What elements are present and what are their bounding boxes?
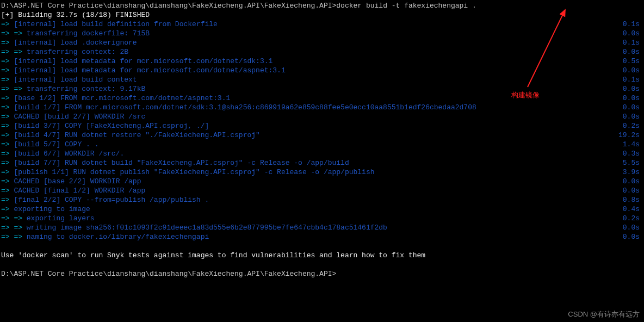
step-text: transferring dockerfile: 715B — [27, 29, 150, 38]
step-text: [final 2/2] COPY --from=publish /app/pub… — [14, 195, 209, 205]
step-text: [base 1/2] FROM mcr.microsoft.com/dotnet… — [14, 94, 230, 103]
step-arrow: => — [1, 20, 14, 29]
step-arrow: => — [1, 112, 14, 121]
step-time: 0.2s — [623, 121, 640, 131]
step-text: [internal] load build context — [14, 75, 137, 84]
command-prompt-line: D:\ASP.NET Core Practice\dianshang\dians… — [1, 1, 643, 10]
step-arrow: => — [1, 177, 14, 186]
step-time: 5.5s — [623, 158, 640, 168]
build-step-line: => [publish 1/1] RUN dotnet publish "Fak… — [1, 168, 643, 177]
build-step-line: => [internal] load build context0.1s — [1, 75, 643, 84]
step-arrow: => — [1, 205, 14, 214]
step-text: [internal] load .dockerignore — [14, 38, 137, 47]
build-step-line: => => transferring context: 2B0.0s — [1, 47, 643, 57]
step-text: exporting to image — [14, 205, 90, 214]
step-time: 0.0s — [623, 84, 640, 94]
step-arrow: => — [1, 131, 14, 140]
step-arrow: => — [1, 195, 14, 205]
step-time: 0.0s — [623, 112, 640, 121]
build-step-line: => [build 7/7] RUN dotnet build "FakeXie… — [1, 158, 643, 168]
step-text: transferring context: 9.17kB — [27, 84, 145, 94]
step-time: 0.8s — [623, 195, 640, 205]
build-step-line: => [base 1/2] FROM mcr.microsoft.com/dot… — [1, 94, 643, 103]
step-arrow: => — [1, 149, 14, 158]
step-arrow: => => — [1, 47, 27, 57]
step-time: 0.3s — [623, 149, 640, 158]
build-step-line: => CACHED [build 2/7] WORKDIR /src0.0s — [1, 112, 643, 121]
step-time: 0.0s — [623, 186, 640, 195]
step-text: [publish 1/1] RUN dotnet publish "FakeXi… — [14, 168, 374, 177]
build-step-line: => CACHED [final 1/2] WORKDIR /app0.0s — [1, 186, 643, 195]
step-text: [build 4/7] RUN dotnet restore "./FakeXi… — [14, 131, 259, 140]
build-step-line: => [build 4/7] RUN dotnet restore "./Fak… — [1, 131, 643, 140]
prompt-path: D:\ASP.NET Core Practice\dianshang\dians… — [1, 1, 336, 10]
step-arrow: => => — [1, 29, 27, 38]
step-arrow: => — [1, 168, 14, 177]
annotation-label: 构建镜像 — [511, 90, 540, 100]
step-arrow: => => — [1, 232, 27, 242]
prompt-line-2[interactable]: D:\ASP.NET Core Practice\dianshang\dians… — [1, 269, 643, 278]
step-arrow: => => — [1, 214, 27, 223]
step-arrow: => => — [1, 223, 27, 232]
step-time: 19.2s — [618, 131, 640, 140]
step-text: [internal] load metadata for mcr.microso… — [14, 57, 273, 66]
step-time: 0.0s — [623, 103, 640, 112]
build-step-line: => [build 5/7] COPY . .1.4s — [1, 140, 643, 149]
step-time: 0.1s — [623, 75, 640, 84]
build-step-line: => => exporting layers0.2s — [1, 214, 643, 223]
step-time: 1.4s — [623, 140, 640, 149]
step-time: 0.0s — [623, 66, 640, 75]
build-step-line: => => transferring dockerfile: 715B0.0s — [1, 29, 643, 38]
step-text: exporting layers — [27, 214, 95, 223]
watermark: CSDN @有诗亦有远方 — [568, 309, 640, 319]
build-step-line: => => transferring context: 9.17kB0.0s — [1, 84, 643, 94]
step-time: 0.0s — [623, 223, 640, 232]
step-arrow: => — [1, 75, 14, 84]
step-text: [internal] load build definition from Do… — [14, 20, 217, 29]
step-text: [build 1/7] FROM mcr.microsoft.com/dotne… — [14, 103, 476, 112]
build-step-line: => [build 3/7] COPY [FakeXiecheng.API.cs… — [1, 121, 643, 131]
step-time: 3.9s — [623, 168, 640, 177]
step-text: CACHED [build 2/7] WORKDIR /src — [14, 112, 145, 121]
build-header: [+] Building 32.7s (18/18) FINISHED — [1, 10, 643, 20]
step-time: 0.1s — [623, 38, 640, 47]
step-time: 0.0s — [623, 47, 640, 57]
step-text: [build 5/7] COPY . . — [14, 140, 98, 149]
step-time: 0.2s — [623, 214, 640, 223]
step-arrow: => — [1, 57, 14, 66]
step-time: 0.4s — [623, 205, 640, 214]
blank-line — [1, 260, 643, 269]
blank-line — [1, 242, 643, 251]
build-step-line: => [internal] load .dockerignore0.1s — [1, 38, 643, 47]
step-time: 0.0s — [623, 232, 640, 242]
build-step-line: => [build 6/7] WORKDIR /src/.0.3s — [1, 149, 643, 158]
step-time: 0.0s — [623, 94, 640, 103]
step-text: [build 3/7] COPY [FakeXiecheng.API.cspro… — [14, 121, 209, 131]
scan-hint: Use 'docker scan' to run Snyk tests agai… — [1, 251, 643, 260]
step-arrow: => — [1, 140, 14, 149]
build-step-line: => [build 1/7] FROM mcr.microsoft.com/do… — [1, 103, 643, 112]
build-step-line: => [internal] load metadata for mcr.micr… — [1, 57, 643, 66]
step-time: 0.0s — [623, 177, 640, 186]
build-output: => [internal] load build definition from… — [1, 20, 643, 242]
step-arrow: => — [1, 186, 14, 195]
build-step-line: => => writing image sha256:f01c1093f2c91… — [1, 223, 643, 232]
build-step-line: => [internal] load build definition from… — [1, 20, 643, 29]
build-step-line: => exporting to image0.4s — [1, 205, 643, 214]
step-text: transferring context: 2B — [27, 47, 128, 57]
build-step-line: => [internal] load metadata for mcr.micr… — [1, 66, 643, 75]
command-text[interactable]: docker build -t fakexiechengapi . — [336, 1, 476, 10]
step-text: [internal] load metadata for mcr.microso… — [14, 66, 285, 75]
step-arrow: => — [1, 38, 14, 47]
step-time: 0.5s — [623, 57, 640, 66]
build-step-line: => [final 2/2] COPY --from=publish /app/… — [1, 195, 643, 205]
step-text: writing image sha256:f01c1093f2c91deeec1… — [27, 223, 387, 232]
step-text: CACHED [final 1/2] WORKDIR /app — [14, 186, 145, 195]
step-text: CACHED [base 2/2] WORKDIR /app — [14, 177, 141, 186]
step-text: [build 7/7] RUN dotnet build "FakeXieche… — [14, 158, 349, 168]
step-arrow: => — [1, 66, 14, 75]
build-step-line: => => naming to docker.io/library/fakexi… — [1, 232, 643, 242]
step-time: 0.1s — [623, 20, 640, 29]
step-arrow: => — [1, 94, 14, 103]
step-arrow: => => — [1, 84, 27, 94]
